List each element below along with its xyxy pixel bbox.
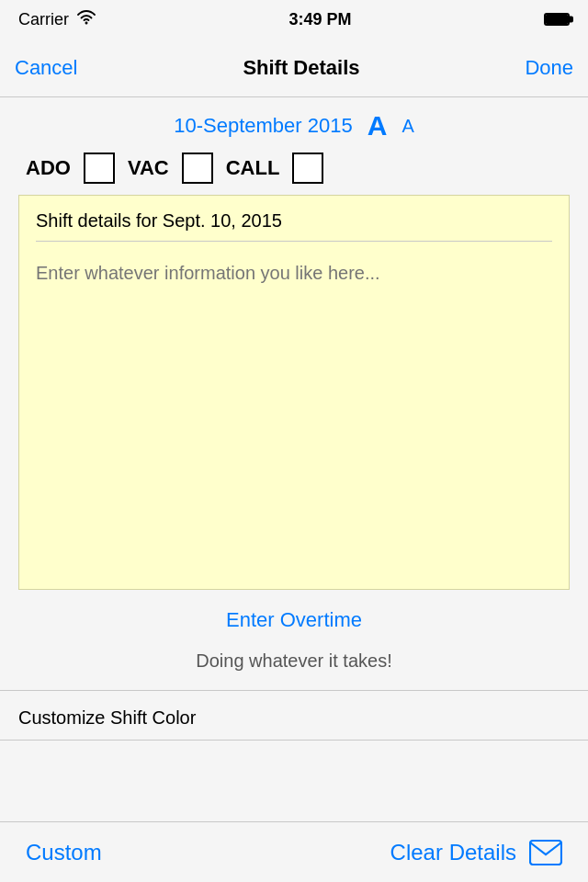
battery-icon bbox=[544, 13, 570, 26]
ado-label: ADO bbox=[26, 156, 71, 180]
vac-checkbox[interactable] bbox=[182, 153, 213, 184]
notes-textarea[interactable] bbox=[36, 254, 552, 567]
mail-icon[interactable] bbox=[529, 840, 562, 865]
status-time: 3:49 PM bbox=[288, 10, 351, 29]
font-small-button[interactable]: A bbox=[401, 116, 413, 137]
font-large-button[interactable]: A bbox=[368, 110, 388, 141]
call-label: CALL bbox=[226, 156, 280, 180]
checkboxes-row: ADO VAC CALL bbox=[0, 141, 588, 195]
nav-title: Shift Details bbox=[243, 56, 359, 80]
status-bar: Carrier 3:49 PM bbox=[0, 0, 588, 39]
vac-label: VAC bbox=[128, 156, 169, 180]
overtime-row: Enter Overtime bbox=[0, 590, 588, 641]
date-row: 10-September 2015 A A bbox=[0, 97, 588, 141]
date-display: 10-September 2015 bbox=[174, 114, 352, 138]
cancel-button[interactable]: Cancel bbox=[15, 56, 77, 80]
divider-bottom bbox=[0, 740, 588, 741]
status-right bbox=[544, 13, 570, 26]
svg-rect-0 bbox=[530, 841, 561, 865]
customize-row: Customize Shift Color bbox=[0, 691, 588, 740]
ado-checkbox[interactable] bbox=[84, 153, 115, 184]
overtime-button[interactable]: Enter Overtime bbox=[226, 608, 362, 631]
call-checkbox[interactable] bbox=[292, 153, 323, 184]
clear-details-button[interactable]: Clear Details bbox=[390, 840, 516, 865]
done-button[interactable]: Done bbox=[525, 56, 573, 80]
notes-title: Shift details for Sept. 10, 2015 bbox=[36, 210, 552, 242]
notes-container: Shift details for Sept. 10, 2015 bbox=[18, 195, 570, 590]
wifi-icon bbox=[76, 10, 96, 29]
nav-bar: Cancel Shift Details Done bbox=[0, 39, 588, 97]
status-left: Carrier bbox=[18, 10, 96, 29]
tagline: Doing whatever it takes! bbox=[0, 641, 588, 690]
bottom-bar: Custom Clear Details bbox=[0, 821, 588, 882]
carrier-label: Carrier bbox=[18, 10, 69, 29]
bottom-right: Clear Details bbox=[390, 840, 562, 865]
custom-button[interactable]: Custom bbox=[26, 840, 102, 865]
